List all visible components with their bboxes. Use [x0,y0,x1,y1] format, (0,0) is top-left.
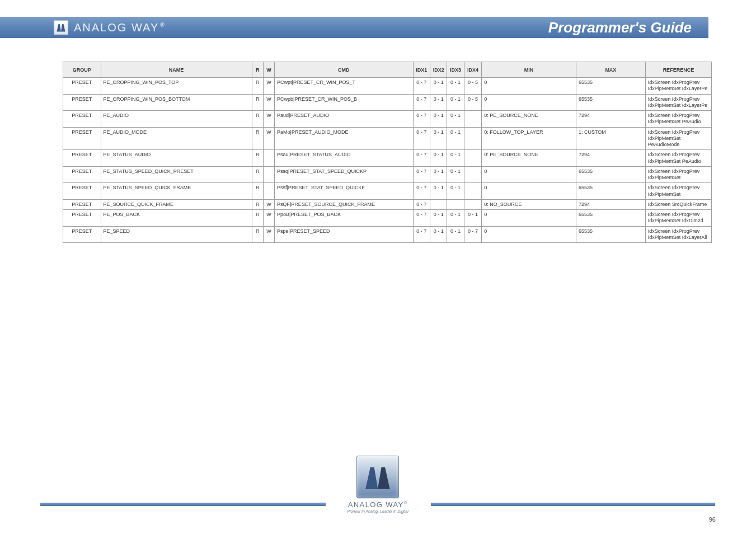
col-r-header: R [252,62,263,78]
cell-max: 65535 [576,94,646,111]
cell-group: PRESET [63,94,101,111]
table-row: PRESETPE_CROPPING_WIN_POS_TOPRWPCwpt|PRE… [63,78,712,95]
footer-bar-right [431,503,715,506]
cell-i3: 0 - 1 [447,210,464,227]
footer-brand-name: ANALOG WAY [348,500,404,509]
cell-ref: IdxScreen IdxProgPrev IdxPipMemSet PeAud… [645,150,711,167]
cell-i3: 0 - 1 [447,166,464,183]
footer-logo-block: ANALOG WAY® Pioneer in Analog, Leader in… [334,456,422,513]
col-min-header: MIN [482,62,576,78]
table-row: PRESETPE_STATUS_AUDIORPsau|PRESET_STATUS… [63,150,712,167]
cell-i2: 0 - 1 [430,210,447,227]
col-w-header: W [263,62,274,78]
cell-cmd: PCwpt|PRESET_CR_WIN_POS_T [275,78,414,95]
cell-group: PRESET [63,199,101,209]
table-row: PRESETPE_AUDIO_MODERWPaMo|PRESET_AUDIO_M… [63,127,712,150]
cell-ref: IdxScreen IdxProgPrev IdxPipMemSet PeAud… [645,127,711,150]
cell-ref: IdxScreen SrcQuickFrame [645,199,711,209]
cell-i4: 0 - 7 [464,226,482,243]
table-row: PRESETPE_CROPPING_WIN_POS_BOTTOMRWPCwpb|… [63,94,712,111]
cell-name: PE_SPEED [101,226,252,243]
cell-ref: IdxScreen IdxProgPrev IdxPipMemSet IdxLa… [645,226,711,243]
cell-i2: 0 - 1 [430,78,447,95]
cell-r: R [252,183,263,200]
cell-r: R [252,226,263,243]
table-row: PRESETPE_SOURCE_QUICK_FRAMERWPsQF|PRESET… [63,199,712,209]
cell-i1: 0 - 7 [413,199,430,209]
cell-i1: 0 - 7 [413,111,430,128]
footer-bar-left [40,503,326,506]
cell-max: 65535 [576,183,646,200]
col-i1-header: IDX1 [413,62,430,78]
cell-name: PE_STATUS_AUDIO [101,150,252,167]
cell-i2: 0 - 1 [430,111,447,128]
cell-i4: 0 - 5 [464,94,482,111]
cell-w: W [263,226,274,243]
cell-max: 65535 [576,226,646,243]
cell-min: 0 [482,94,576,111]
brand-logo-icon [54,20,68,35]
cell-i1: 0 - 7 [413,78,430,95]
cell-w: W [263,78,274,95]
brand-text: ANALOG WAY® [74,21,166,34]
cell-name: PE_CROPPING_WIN_POS_TOP [101,78,252,95]
cell-i2: 0 - 1 [430,183,447,200]
cell-group: PRESET [63,183,101,200]
cell-r: R [252,78,263,95]
cell-cmd: Paud|PRESET_AUDIO [275,111,414,128]
cell-name: PE_STATUS_SPEED_QUICK_FRAME [101,183,252,200]
cell-ref: IdxScreen IdxProgPrev IdxPipMemSet IdxDi… [645,210,711,227]
cell-group: PRESET [63,111,101,128]
footer-tagline: Pioneer in Analog, Leader in Digital [334,509,422,513]
cell-w [263,166,274,183]
table-row: PRESETPE_STATUS_SPEED_QUICK_PRESETRPssq|… [63,166,712,183]
cell-name: PE_CROPPING_WIN_POS_BOTTOM [101,94,252,111]
cell-cmd: Pssq|PRESET_STAT_SPEED_QUICKP [275,166,414,183]
cell-cmd: Pspe|PRESET_SPEED [275,226,414,243]
cell-ref: IdxScreen IdxProgPrev IdxPipMemSet IdxLa… [645,94,711,111]
cell-i1: 0 - 7 [413,127,430,150]
cell-i4 [464,150,482,167]
cell-i1: 0 - 7 [413,166,430,183]
cell-max: 65535 [576,78,646,95]
cell-r: R [252,166,263,183]
table-row: PRESETPE_AUDIORWPaud|PRESET_AUDIO0 - 70 … [63,111,712,128]
cell-max: 65535 [576,210,646,227]
cell-min: 0 [482,210,576,227]
cell-i1: 0 - 7 [413,210,430,227]
cell-name: PE_AUDIO [101,111,252,128]
cell-i4 [464,111,482,128]
brand-reg-mark: ® [160,22,165,28]
table-header-row: GROUP NAME R W CMD IDX1 IDX2 IDX3 IDX4 M… [63,62,712,78]
table-row: PRESETPE_POS_BACKRWPpoB|PRESET_POS_BACK0… [63,210,712,227]
cell-i2: 0 - 1 [430,226,447,243]
cell-i1: 0 - 7 [413,226,430,243]
cell-max: 65535 [576,166,646,183]
cell-min: 0: NO_SOURCE [482,199,576,209]
cell-r: R [252,150,263,167]
col-i4-header: IDX4 [464,62,482,78]
cell-cmd: Pssf|PRESET_STAT_SPEED_QUICKF [275,183,414,200]
cell-i4 [464,127,482,150]
cell-i2: 0 - 1 [430,127,447,150]
cell-i4 [464,166,482,183]
cell-i3: 0 - 1 [447,150,464,167]
cell-min: 0 [482,166,576,183]
cell-min: 0: PE_SOURCE_NONE [482,150,576,167]
cell-i1: 0 - 7 [413,94,430,111]
header-bar: ANALOG WAY® Programmer's Guide [0,17,708,38]
brand-logo-area: ANALOG WAY® [54,20,166,35]
cell-w: W [263,111,274,128]
aw-mark-large-icon [363,462,392,491]
cell-min: 0: FOLLOW_TOP_LAYER [482,127,576,150]
cell-max: 7294 [576,111,646,128]
col-name-header: NAME [101,62,252,78]
cell-ref: IdxScreen IdxProgPrev IdxPipMemSet [645,166,711,183]
page-number: 96 [709,516,716,523]
cell-i4: 0 - 1 [464,210,482,227]
cell-min: 0 [482,183,576,200]
cell-i3: 0 - 1 [447,78,464,95]
brand-name: ANALOG WAY [74,21,159,34]
cell-name: PE_AUDIO_MODE [101,127,252,150]
col-i2-header: IDX2 [430,62,447,78]
